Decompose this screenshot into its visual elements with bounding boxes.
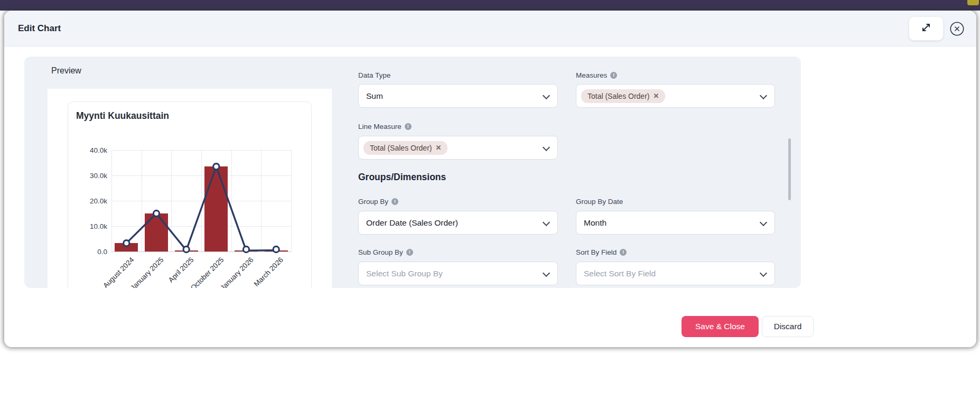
- edit-chart-panel: Preview Myynti Kuukausittain 0.010.0k20.…: [24, 57, 801, 288]
- tag-remove-icon[interactable]: ✕: [435, 144, 441, 152]
- data-type-label: Data Type: [358, 71, 558, 79]
- sub-group-by-placeholder: Select Sub Group By: [366, 269, 443, 278]
- sub-group-by-label: Sub Group By !: [358, 248, 558, 256]
- y-axis-tick: 30.0k: [90, 172, 107, 180]
- panel-scrollbar[interactable]: [788, 138, 791, 200]
- edit-chart-modal: Edit Chart Preview: [4, 11, 976, 347]
- chart-preview-card: Myynti Kuukausittain 0.010.0k20.0k30.0k4…: [68, 101, 312, 288]
- expand-arrows-icon: [921, 22, 931, 35]
- measures-select[interactable]: Total (Sales Order) ✕: [576, 84, 775, 108]
- info-icon: !: [405, 123, 412, 130]
- group-by-value: Order Date (Sales Order): [366, 218, 458, 228]
- x-axis-tick: August 2024: [101, 256, 135, 288]
- topbar-accent-chip: [967, 0, 979, 5]
- group-by-select[interactable]: Order Date (Sales Order): [358, 211, 558, 235]
- close-button[interactable]: [950, 22, 964, 36]
- sort-by-field-placeholder: Select Sort By Field: [584, 269, 656, 278]
- group-by-date-select[interactable]: Month: [576, 211, 775, 235]
- chevron-down-icon: [543, 219, 550, 226]
- chart-title: Myynti Kuukausittain: [76, 110, 169, 122]
- line-measure-select[interactable]: Total (Sales Order) ✕: [358, 136, 558, 160]
- chevron-down-icon: [543, 269, 550, 277]
- chart-preview-area: Myynti Kuukausittain 0.010.0k20.0k30.0k4…: [48, 89, 332, 288]
- info-icon: !: [391, 198, 398, 205]
- y-axis-tick: 0.0: [97, 248, 107, 256]
- x-axis-tick: April 2025: [167, 256, 195, 284]
- y-axis-tick: 10.0k: [90, 222, 107, 230]
- data-type-value: Sum: [366, 91, 383, 101]
- chevron-down-icon: [543, 144, 550, 151]
- x-axis-tick: March 2026: [253, 256, 285, 288]
- info-icon: !: [610, 72, 617, 79]
- expand-button[interactable]: [909, 16, 944, 41]
- line-series: [111, 150, 291, 252]
- chart-plot-area: 0.010.0k20.0k30.0k40.0kAugust 2024Januar…: [111, 150, 291, 252]
- line-measure-label: Line Measure !: [358, 122, 558, 131]
- modal-title: Edit Chart: [18, 23, 61, 34]
- chevron-down-icon: [760, 219, 767, 226]
- gridline: [291, 150, 292, 252]
- data-type-select[interactable]: Sum: [358, 84, 558, 108]
- info-icon: !: [620, 249, 627, 256]
- y-axis-tick: 40.0k: [90, 146, 107, 154]
- sort-by-field-select[interactable]: Select Sort By Field: [576, 262, 775, 285]
- sub-group-by-select[interactable]: Select Sub Group By: [358, 262, 558, 285]
- save-close-button[interactable]: Save & Close: [682, 316, 759, 337]
- app-top-bar: [0, 0, 980, 11]
- sort-by-field-label: Sort By Field !: [576, 248, 775, 256]
- measures-label: Measures !: [576, 71, 775, 79]
- groups-dimensions-heading: Groups/Dimensions: [358, 172, 558, 183]
- x-axis-line: [111, 252, 291, 252]
- y-axis-tick: 20.0k: [90, 197, 107, 205]
- tag-remove-icon[interactable]: ✕: [653, 92, 659, 100]
- chevron-down-icon: [760, 269, 767, 277]
- discard-button[interactable]: Discard: [762, 316, 814, 337]
- info-icon: !: [406, 249, 413, 256]
- chevron-down-icon: [760, 92, 767, 99]
- preview-label: Preview: [51, 66, 81, 76]
- close-circle-icon: [950, 29, 964, 38]
- measure-tag: Total (Sales Order) ✕: [581, 89, 665, 103]
- group-by-date-value: Month: [584, 218, 606, 228]
- group-by-date-label: Group By Date: [576, 197, 775, 206]
- chevron-down-icon: [543, 92, 550, 99]
- line-measure-tag: Total (Sales Order) ✕: [363, 141, 447, 155]
- group-by-label: Group By !: [358, 197, 558, 206]
- modal-header: Edit Chart: [4, 11, 976, 46]
